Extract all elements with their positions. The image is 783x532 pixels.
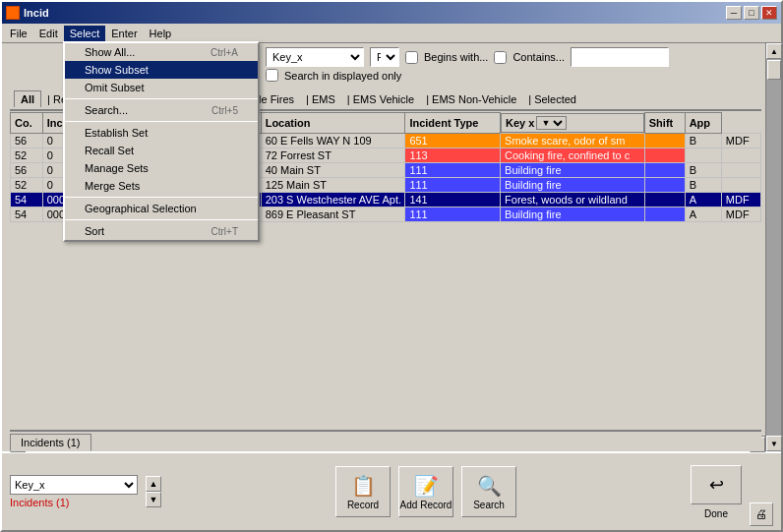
cell-inc-type: 111 [405, 162, 501, 177]
cell-app: MDF [721, 133, 760, 148]
search-filter-row2: Search in displayed only [258, 67, 761, 84]
title-bar-text: Incid [6, 6, 49, 20]
title-bar: Incid ─ □ ✕ [2, 2, 781, 24]
contains-checkbox[interactable] [494, 51, 507, 64]
separator-2 [65, 121, 258, 122]
contains-label: Contains... [512, 51, 565, 63]
menu-merge-sets[interactable]: Merge Sets [65, 177, 258, 195]
cell-inc-desc: Cooking fire, confined to c [501, 148, 645, 162]
begins-with-checkbox[interactable] [405, 51, 418, 64]
cell-inc-type: 113 [405, 148, 501, 162]
menu-help[interactable]: Help [144, 26, 178, 41]
cell-co: 56 [11, 162, 43, 177]
menu-enter[interactable]: Enter [105, 26, 143, 41]
footer-left: Key_x Incidents (1) [10, 475, 138, 508]
scroll-track [766, 59, 781, 436]
scroll-thumb[interactable] [767, 60, 781, 80]
menu-search[interactable]: Search... Ctrl+5 [65, 101, 258, 119]
search-in-displayed-checkbox[interactable] [266, 69, 278, 82]
footer-action-buttons: 📋 Record 📝 Add Record 🔍 Search [335, 466, 516, 517]
search-button[interactable]: 🔍 Search [461, 466, 516, 517]
title-bar-buttons: ─ □ ✕ [726, 6, 777, 20]
tab-ems[interactable]: | EMS [300, 91, 341, 107]
search-text-input[interactable] [571, 47, 669, 67]
key-x-sort-dropdown[interactable]: ▼ [536, 116, 567, 130]
separator-1 [65, 98, 258, 99]
cell-location: 60 E Fells WAY N 109 [261, 133, 405, 148]
minimize-button[interactable]: ─ [726, 6, 742, 20]
search-field-dropdown[interactable]: Key_x [266, 47, 364, 67]
col-shift: Shift [644, 113, 685, 134]
maximize-button[interactable]: □ [744, 6, 759, 20]
tab-selected[interactable]: | Selected [522, 91, 582, 107]
search-in-displayed-label: Search in displayed only [284, 70, 401, 82]
menu-show-all[interactable]: Show All... Ctrl+A [65, 43, 258, 61]
cell-co: 52 [11, 148, 43, 162]
record-button[interactable]: 📋 Record [335, 466, 391, 517]
search-icon: 🔍 [477, 474, 502, 498]
cell-location: 72 Forrest ST [261, 148, 405, 162]
menu-file[interactable]: File [4, 26, 33, 41]
search-label: Search [473, 500, 505, 510]
record-label: Record [347, 500, 379, 510]
footer-up-arrow[interactable]: ▲ [146, 476, 161, 492]
cell-key-x [644, 133, 685, 148]
done-label: Done [704, 508, 728, 519]
scroll-up-arrow[interactable]: ▲ [766, 43, 782, 59]
begins-with-label: Begins with... [424, 51, 488, 63]
separator-4 [65, 219, 258, 220]
window-title: Incid [24, 7, 49, 19]
cell-co: 56 [11, 133, 43, 148]
search-operator-dropdown[interactable]: F = [370, 47, 399, 67]
vertical-scrollbar: ▲ ▼ [765, 43, 781, 451]
menu-recall-set[interactable]: Recall Set [65, 142, 258, 159]
menu-manage-sets[interactable]: Manage Sets [65, 159, 258, 177]
add-record-label: Add Record [400, 500, 452, 510]
menu-sort[interactable]: Sort Ctrl+T [65, 222, 258, 240]
select-dropdown-menu: Show All... Ctrl+A Show Subset Omit Subs… [63, 41, 260, 242]
incidents-tab[interactable]: Incidents (1) [10, 434, 91, 451]
main-window: Incid ─ □ ✕ File Edit Select Enter Help … [0, 0, 783, 532]
print-button[interactable]: 🖨 [750, 502, 773, 526]
cell-location: 40 Main ST [261, 162, 405, 177]
menu-select[interactable]: Select [64, 26, 106, 41]
scroll-down-arrow[interactable]: ▼ [766, 436, 782, 451]
record-icon: 📋 [351, 474, 376, 498]
tab-ems-non-vehicle[interactable]: | EMS Non-Vehicle [420, 91, 522, 107]
col-incident-type: Incident Type [405, 113, 501, 134]
cell-inc-desc: Building fire [501, 162, 645, 177]
app-icon [6, 6, 20, 20]
menu-bar: File Edit Select Enter Help [2, 24, 781, 43]
menu-show-subset[interactable]: Show Subset [65, 61, 258, 79]
tab-ems-vehicle[interactable]: | EMS Vehicle [341, 91, 420, 107]
footer-right: ↩ Done [691, 465, 742, 519]
cell-shift: B [685, 133, 721, 148]
cell-inc-desc: Smoke scare, odor of sm [501, 133, 645, 148]
menu-geographical-selection[interactable]: Geographical Selection [65, 200, 258, 217]
menu-establish-set[interactable]: Establish Set [65, 124, 258, 142]
menu-omit-subset[interactable]: Omit Subset [65, 79, 258, 96]
footer: Key_x Incidents (1) ▲ ▼ 📋 Record 📝 Add R… [2, 451, 781, 530]
done-button[interactable]: ↩ [691, 465, 742, 504]
tab-all[interactable]: All [14, 90, 41, 107]
col-key-x[interactable]: Key x ▼ [501, 113, 644, 133]
footer-field-dropdown[interactable]: Key_x [10, 475, 138, 495]
menu-edit[interactable]: Edit [33, 26, 64, 41]
col-app: App [685, 113, 721, 134]
add-record-button[interactable]: 📝 Add Record [398, 466, 453, 517]
footer-nav-arrows: ▲ ▼ [146, 476, 161, 507]
close-button[interactable]: ✕ [761, 6, 777, 20]
col-co: Co. [11, 113, 43, 134]
add-record-icon: 📝 [414, 474, 439, 498]
footer-down-arrow[interactable]: ▼ [146, 492, 161, 507]
col-location: Location [261, 113, 405, 134]
separator-3 [65, 197, 258, 198]
footer-info-text: Incidents (1) [10, 497, 138, 508]
bottom-tab-bar: Incidents (1) [10, 430, 761, 451]
cell-inc-type: 651 [405, 133, 501, 148]
